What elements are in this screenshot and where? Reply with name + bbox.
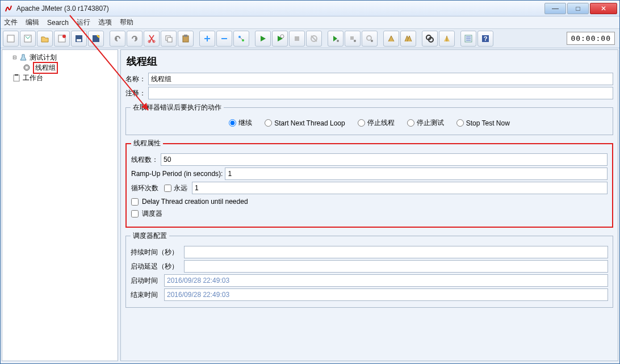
menu-help[interactable]: 帮助 — [120, 18, 133, 27]
delay-label: Delay Thread creation until needed — [142, 198, 248, 206]
svg-point-21 — [367, 36, 371, 40]
radio-stopnow[interactable]: Stop Test Now — [456, 118, 510, 128]
gear-icon — [23, 64, 31, 72]
radio-stoptest[interactable]: 停止测试 — [407, 118, 444, 128]
tree-label-testplan: 测试计划 — [30, 53, 57, 62]
stop-button[interactable] — [289, 31, 305, 47]
forever-checkbox[interactable] — [164, 185, 171, 192]
svg-rect-5 — [77, 39, 81, 41]
menu-edit[interactable]: 编辑 — [26, 18, 39, 27]
sampler-error-fieldset: 在取样器错误后要执行的动作 继续 Start Next Thread Loop … — [125, 103, 613, 135]
sampler-error-radios: 继续 Start Next Thread Loop 停止线程 停止测试 Stop… — [131, 116, 608, 130]
expand-button[interactable] — [199, 31, 215, 47]
start-time-input[interactable] — [164, 274, 608, 287]
end-time-input[interactable] — [164, 288, 608, 301]
menu-search[interactable]: Search — [47, 19, 69, 27]
reset-search-button[interactable] — [439, 31, 455, 47]
menu-run[interactable]: 运行 — [77, 18, 90, 27]
name-input[interactable] — [148, 73, 613, 85]
clear-button[interactable] — [383, 31, 399, 47]
shutdown-button[interactable] — [306, 31, 322, 47]
start-no-timers-button[interactable] — [272, 31, 288, 47]
svg-rect-16 — [295, 36, 299, 41]
remote-stop-button[interactable] — [345, 31, 361, 47]
main-panel: 线程组 名称： 注释： 在取样器错误后要执行的动作 继续 Start Next … — [120, 49, 618, 361]
help-button[interactable]: ? — [477, 31, 493, 47]
menu-options[interactable]: 选项 — [98, 18, 112, 27]
remote-start-button[interactable] — [328, 31, 343, 47]
svg-rect-10 — [167, 37, 172, 42]
sampler-error-legend: 在取样器错误后要执行的动作 — [131, 103, 224, 112]
close-test-button[interactable] — [54, 31, 70, 47]
remote-shutdown-button[interactable] — [362, 31, 378, 47]
start-button[interactable] — [255, 31, 271, 47]
startup-delay-label: 启动延迟（秒） — [131, 262, 182, 271]
ramp-input[interactable] — [225, 168, 608, 180]
svg-point-29 — [26, 66, 28, 69]
clear-all-button[interactable] — [400, 31, 416, 47]
flask-icon — [19, 53, 27, 61]
scheduler-label: 调度器 — [142, 209, 162, 219]
tree-node-threadgroup[interactable]: 线程组 — [3, 62, 116, 73]
tree-node-testplan[interactable]: ⊟ 测试计划 — [3, 52, 116, 62]
toolbar: ? 00:00:00 — [1, 29, 619, 48]
templates-button[interactable] — [20, 31, 36, 47]
forever-label: 永远 — [174, 183, 187, 193]
cut-button[interactable] — [144, 31, 160, 47]
threads-input[interactable] — [161, 153, 608, 166]
svg-text:?: ? — [484, 35, 488, 42]
radio-stopthread[interactable]: 停止线程 — [358, 118, 395, 128]
svg-point-3 — [62, 35, 66, 38]
copy-button[interactable] — [161, 31, 177, 47]
startup-delay-input[interactable] — [184, 260, 608, 273]
save-as-button[interactable] — [88, 31, 104, 47]
collapse-button[interactable] — [216, 31, 232, 47]
scheduler-checkbox[interactable] — [131, 210, 139, 217]
toggle-button[interactable] — [233, 31, 249, 47]
window-buttons: — □ ✕ — [544, 3, 617, 14]
loop-label: 循环次数 — [131, 183, 158, 193]
comment-label: 注释： — [125, 89, 146, 98]
scheduler-config-legend: 调度器配置 — [131, 231, 169, 241]
comment-input[interactable] — [148, 87, 613, 99]
timer-display: 00:00:00 — [567, 32, 615, 45]
start-time-label: 启动时间 — [131, 276, 162, 286]
thread-props-fieldset: 线程属性 线程数： Ramp-Up Period (in seconds): 循… — [125, 139, 613, 228]
name-label: 名称： — [125, 74, 146, 84]
svg-point-20 — [354, 40, 356, 42]
undo-button[interactable] — [110, 31, 125, 47]
save-button[interactable] — [71, 31, 87, 47]
tree-label-threadgroup: 线程组 — [33, 62, 58, 74]
threads-label: 线程数： — [131, 155, 158, 165]
menu-file[interactable]: 文件 — [4, 18, 18, 27]
open-button[interactable] — [37, 31, 53, 47]
new-button[interactable] — [3, 31, 19, 47]
thread-props-legend: 线程属性 — [131, 139, 163, 148]
svg-rect-0 — [7, 35, 14, 42]
svg-rect-12 — [184, 35, 187, 37]
app-icon — [4, 4, 13, 13]
duration-input[interactable] — [184, 246, 608, 258]
window: Apache JMeter (3.0 r1743807) — □ ✕ 文件 编辑… — [0, 0, 620, 364]
paste-button[interactable] — [178, 31, 194, 47]
minimize-button[interactable]: — — [544, 3, 566, 14]
redo-button[interactable] — [127, 31, 143, 47]
tree-handle-icon[interactable]: ⊟ — [12, 55, 17, 60]
menubar: 文件 编辑 Search 运行 选项 帮助 — [1, 16, 619, 29]
function-helper-button[interactable] — [460, 31, 476, 47]
titlebar: Apache JMeter (3.0 r1743807) — □ ✕ — [1, 1, 619, 16]
svg-point-18 — [337, 40, 339, 42]
tree-label-workbench: 工作台 — [23, 73, 43, 83]
search-tree-button[interactable] — [422, 31, 438, 47]
close-button[interactable]: ✕ — [590, 3, 617, 14]
maximize-button[interactable]: □ — [567, 3, 589, 14]
loop-input[interactable] — [192, 182, 608, 194]
scheduler-config-fieldset: 调度器配置 持续时间（秒） 启动延迟（秒） 启动时间 结束时间 — [125, 231, 613, 308]
radio-startnext[interactable]: Start Next Thread Loop — [265, 118, 345, 128]
delay-checkbox[interactable] — [131, 198, 139, 206]
tree-node-workbench[interactable]: 工作台 — [3, 73, 116, 83]
svg-point-22 — [371, 40, 373, 42]
ramp-label: Ramp-Up Period (in seconds): — [131, 170, 223, 178]
end-time-label: 结束时间 — [131, 290, 162, 300]
radio-continue[interactable]: 继续 — [229, 118, 252, 128]
